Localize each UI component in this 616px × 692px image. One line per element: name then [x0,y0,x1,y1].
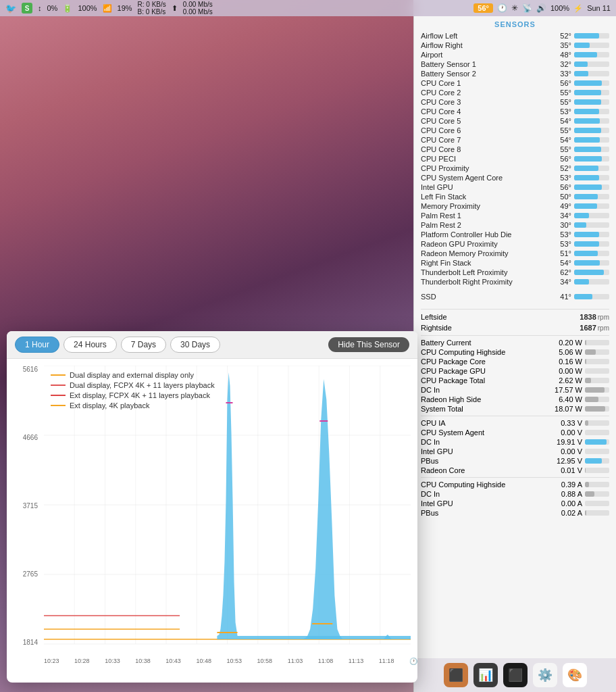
temp-badge[interactable]: 56° [473,3,493,13]
sensor-bar-9 [574,118,600,124]
sensor-row-7: CPU Core 3 55° [414,97,616,107]
menubar-wifi-icon: 📶 [103,4,112,13]
menubar-wifi-status[interactable]: 📡 [522,3,532,13]
fan-rows-container: Leftside 1838 rpm Rightside 1687 rpm [414,312,616,333]
watt-bar-2 [585,359,586,364]
menubar-icon-updown[interactable]: ↕ [38,4,42,12]
watt-bar-container-3 [585,368,609,374]
sensor-row-15: CPU System Agent Core 53° [414,173,616,182]
dock-icon-1[interactable]: ⬛ [444,663,468,687]
watt-bar-7 [585,406,605,412]
sensor-value-25: 62° [547,268,571,276]
btn-24hours[interactable]: 24 Hours [63,337,117,353]
hide-sensor-btn[interactable]: Hide This Sensor [328,337,409,352]
menubar-fan-icon[interactable]: ✳ [511,3,518,13]
sensor-name-24: Right Fin Stack [421,259,547,267]
x-label-9: 11:08 [318,658,334,665]
volt-name-4: PBus [421,457,554,465]
amp-bar-container-3 [585,510,609,516]
sensor-row-13: CPU PECI 56° [414,154,616,164]
sensor-value-24: 54° [547,259,571,267]
menubar-clock-icon[interactable]: 🕐 [497,3,507,13]
dock-icon-3[interactable]: ⬛ [503,663,528,687]
btn-7days[interactable]: 7 Days [121,337,166,353]
y-label-2765: 2765 [23,570,38,578]
legend-color-3 [51,395,66,396]
sensor-value-15: 53° [547,174,571,182]
volt-value-1: 0.00 V [554,428,582,437]
sensor-name-2: Airport [421,51,547,59]
sensors-title: SENSORS [414,16,616,31]
sensor-row-20: Palm Rest 2 30° [414,220,616,230]
sensor-bar-26 [574,279,589,285]
btn-30days[interactable]: 30 Days [170,337,220,353]
sensor-bar-container-14 [574,166,609,171]
watt-value-1: 5.06 W [554,348,582,356]
menubar-right: 56° 🕐 ✳ 📡 🔊 100% ⚡ Sun 11 [473,3,611,13]
sensor-value-18: 49° [547,202,571,210]
sensor-name-1: Airflow Right [421,41,547,49]
btn-1hour[interactable]: 1 Hour [15,337,59,353]
watt-row-1: CPU Computing Highside 5.06 W [414,347,616,357]
sensor-bar-container-2 [574,52,609,57]
sensor-value-0: 52° [547,32,571,40]
amp-rows-container: CPU Computing Highside 0.39 A DC In 0.88… [414,480,616,518]
amp-value-3: 0.02 A [554,509,582,517]
x-label-10: 11:13 [349,658,364,665]
graph-toolbar: 1 Hour 24 Hours 7 Days 30 Days Hide This… [7,331,417,359]
sensor-value-23: 51° [547,249,571,257]
volt-bar-container-3 [585,449,609,454]
volt-row-5: Radeon Core 0.01 V [414,466,616,475]
legend-item-1: Dual display and external display only [51,371,215,379]
menubar-battery-icon: 🔋 [63,4,72,13]
menubar-network-pct: 19% [118,4,132,12]
y-label-1814: 1814 [23,639,38,646]
volt-value-3: 0.00 V [554,447,582,455]
menubar-icon-s[interactable]: S [22,3,32,14]
dock-icon-4[interactable]: ⚙️ [533,663,557,687]
sensor-bar-24 [574,260,600,266]
volt-value-5: 0.01 V [554,466,582,474]
menubar-icon-bird[interactable]: 🐦 [5,3,16,14]
sensor-bar-container-3 [574,61,609,67]
volt-row-0: CPU IA 0.33 V [414,418,616,428]
sensor-bar-container-22 [574,241,609,247]
sensor-bar-25 [574,270,604,275]
sensor-bar-2 [574,52,597,57]
volt-bar-4 [585,458,602,464]
fan-value-1: 1687 [580,324,596,332]
sensor-name-22: Radeon GPU Proximity [421,240,547,248]
watt-name-5: DC In [421,386,554,394]
sensor-value-2: 48° [547,51,571,59]
menubar-volume[interactable]: 🔊 [536,3,546,13]
sensor-name-8: CPU Core 4 [421,107,547,116]
ssd-name: SSD [421,293,547,301]
sensor-row-17: Left Fin Stack 50° [414,192,616,201]
watt-bar-container-7 [585,406,609,412]
dock-icon-5[interactable]: 🎨 [563,663,587,687]
amp-value-0: 0.39 A [554,480,582,489]
volt-row-2: DC In 19.91 V [414,437,616,447]
menubar-battery-pct: 100% [78,4,97,12]
sensor-name-15: CPU System Agent Core [421,174,547,182]
ssd-bar-container [574,294,609,299]
sensor-value-22: 53° [547,240,571,248]
sensor-bar-container-7 [574,99,609,105]
amp-name-0: CPU Computing Highside [421,480,554,489]
watt-row-6: Radeon High Side 6.40 W [414,395,616,404]
volt-bar-5 [585,468,586,473]
dock-strip: ⬛ 📊 ⬛ ⚙️ 🎨 [414,658,616,692]
sensor-name-4: Battery Sensor 2 [421,70,547,78]
sensor-value-5: 56° [547,79,571,87]
watt-value-4: 2.62 W [554,376,582,385]
x-label-0: 10:23 [44,658,59,665]
dock-icon-2[interactable]: 📊 [473,663,498,687]
fan-row-0: Leftside 1838 rpm [414,312,616,322]
watt-row-5: DC In 17.57 W [414,385,616,395]
watt-row-3: CPU Package GPU 0.00 W [414,366,616,376]
sensor-value-26: 34° [547,278,571,286]
amp-bar-container-2 [585,501,609,506]
sensors-panel: SENSORS Airflow Left 52° Airflow Right 3… [413,16,616,692]
sensor-value-19: 34° [547,212,571,220]
sensor-row-6: CPU Core 2 55° [414,88,616,97]
